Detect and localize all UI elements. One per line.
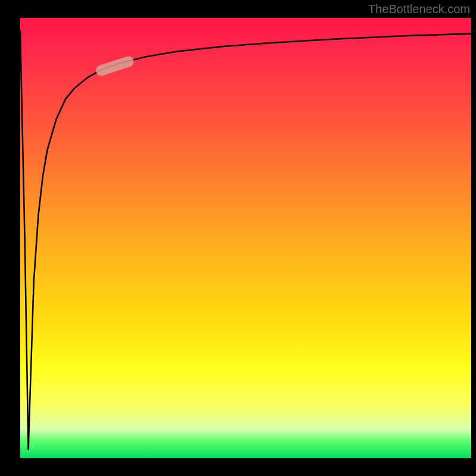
bottleneck-curve [20, 31, 471, 449]
watermark-label: TheBottleneck.com [368, 2, 470, 16]
plot-area [20, 18, 471, 458]
curve-svg [20, 18, 471, 458]
